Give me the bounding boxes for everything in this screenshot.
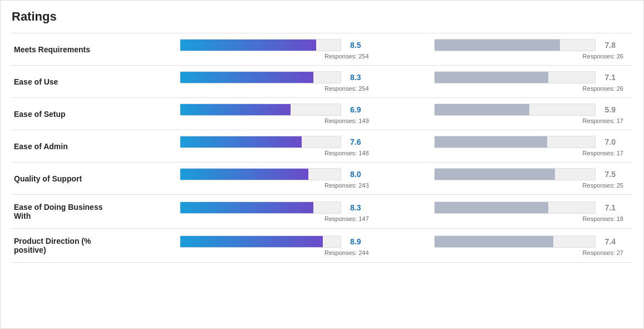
row-label: Ease of Doing Business With [12, 195, 123, 229]
secondary-responses: Responses: 27 [446, 249, 623, 256]
secondary-bar-fill [435, 104, 529, 115]
secondary-bar-outer [434, 168, 596, 180]
primary-responses: Responses: 244 [192, 249, 369, 256]
table-row: Meets Requirements8.5Responses: 2547.8Re… [12, 33, 632, 66]
secondary-responses: Responses: 26 [446, 53, 623, 60]
primary-bar-outer [180, 71, 341, 84]
primary-bar-outer [180, 235, 341, 248]
primary-score: 6.9 [346, 105, 361, 114]
primary-bar-cell: 8.3Responses: 254 [123, 66, 378, 98]
primary-bar-cell: 6.9Responses: 149 [123, 98, 378, 130]
primary-bar-fill [180, 202, 313, 213]
secondary-bar-fill [435, 169, 555, 180]
secondary-bar-cell: 5.9Responses: 17 [378, 98, 633, 130]
primary-bar-outer [180, 168, 341, 180]
primary-bar-fill [180, 136, 302, 148]
secondary-responses: Responses: 17 [446, 117, 623, 124]
secondary-bar-outer [434, 235, 596, 248]
primary-bar-cell: 7.6Responses: 148 [123, 130, 378, 163]
primary-responses: Responses: 148 [192, 150, 369, 156]
primary-bar-fill [180, 104, 291, 115]
primary-bar-cell: 8.0Responses: 243 [123, 163, 378, 195]
primary-score: 8.3 [346, 203, 361, 212]
table-row: Ease of Doing Business With8.3Responses:… [12, 195, 632, 229]
table-row: Product Direction (% positive)8.9Respons… [12, 229, 632, 263]
primary-score: 8.9 [346, 237, 361, 246]
secondary-bar-outer [434, 202, 596, 214]
secondary-bar-outer [434, 39, 596, 51]
row-label: Ease of Use [12, 66, 123, 98]
primary-bar-fill [180, 72, 313, 83]
secondary-bar-outer [434, 71, 596, 84]
secondary-score: 7.1 [600, 203, 616, 212]
secondary-responses: Responses: 25 [446, 182, 623, 189]
primary-score: 7.6 [346, 138, 361, 146]
primary-bar-fill [180, 236, 323, 247]
secondary-bar-fill [435, 40, 560, 51]
primary-bar-outer [180, 39, 341, 51]
primary-bar-cell: 8.5Responses: 254 [123, 33, 378, 66]
ratings-container: Ratings Meets Requirements8.5Responses: … [0, 0, 644, 329]
secondary-bar-outer [434, 104, 596, 116]
row-label: Product Direction (% positive) [12, 229, 123, 263]
table-row: Quality of Support8.0Responses: 2437.5Re… [12, 163, 632, 195]
secondary-bar-fill [435, 136, 547, 148]
row-label: Meets Requirements [12, 33, 123, 66]
primary-bar-outer [180, 104, 341, 116]
primary-responses: Responses: 254 [192, 85, 369, 92]
secondary-score: 7.4 [600, 237, 616, 246]
primary-bar-outer [180, 136, 341, 148]
row-label: Ease of Setup [12, 98, 123, 130]
primary-bar-outer [180, 202, 341, 214]
primary-responses: Responses: 147 [192, 215, 369, 222]
table-row: Ease of Admin7.6Responses: 1487.0Respons… [12, 130, 632, 163]
row-label: Quality of Support [12, 163, 123, 195]
primary-bar-cell: 8.3Responses: 147 [123, 195, 378, 229]
secondary-bar-fill [435, 202, 548, 213]
secondary-bar-cell: 7.5Responses: 25 [378, 163, 633, 195]
page-title: Ratings [12, 9, 632, 24]
secondary-responses: Responses: 26 [446, 85, 623, 92]
secondary-score: 7.0 [600, 138, 616, 146]
secondary-bar-cell: 7.8Responses: 26 [378, 33, 633, 66]
primary-bar-fill [180, 169, 308, 180]
primary-bar-cell: 8.9Responses: 244 [123, 229, 378, 263]
secondary-bar-outer [434, 136, 596, 148]
table-row: Ease of Setup6.9Responses: 1495.9Respons… [12, 98, 632, 130]
primary-score: 8.5 [346, 41, 361, 50]
secondary-bar-cell: 7.4Responses: 27 [378, 229, 633, 263]
secondary-score: 7.1 [600, 73, 616, 82]
primary-bar-fill [180, 40, 317, 51]
secondary-bar-cell: 7.0Responses: 17 [378, 130, 633, 163]
row-label: Ease of Admin [12, 130, 123, 163]
secondary-bar-fill [435, 236, 553, 247]
primary-responses: Responses: 149 [192, 117, 369, 124]
primary-score: 8.0 [346, 170, 361, 179]
secondary-score: 5.9 [600, 105, 616, 114]
primary-responses: Responses: 254 [192, 53, 369, 60]
secondary-bar-fill [435, 72, 548, 83]
table-row: Ease of Use8.3Responses: 2547.1Responses… [12, 66, 632, 98]
primary-score: 8.3 [346, 73, 361, 82]
secondary-responses: Responses: 17 [446, 150, 623, 156]
primary-responses: Responses: 243 [192, 182, 369, 189]
secondary-bar-cell: 7.1Responses: 26 [378, 66, 633, 98]
secondary-score: 7.5 [600, 170, 616, 179]
secondary-bar-cell: 7.1Responses: 18 [378, 195, 633, 229]
secondary-score: 7.8 [600, 41, 616, 50]
ratings-table: Meets Requirements8.5Responses: 2547.8Re… [12, 33, 632, 263]
secondary-responses: Responses: 18 [446, 215, 623, 222]
